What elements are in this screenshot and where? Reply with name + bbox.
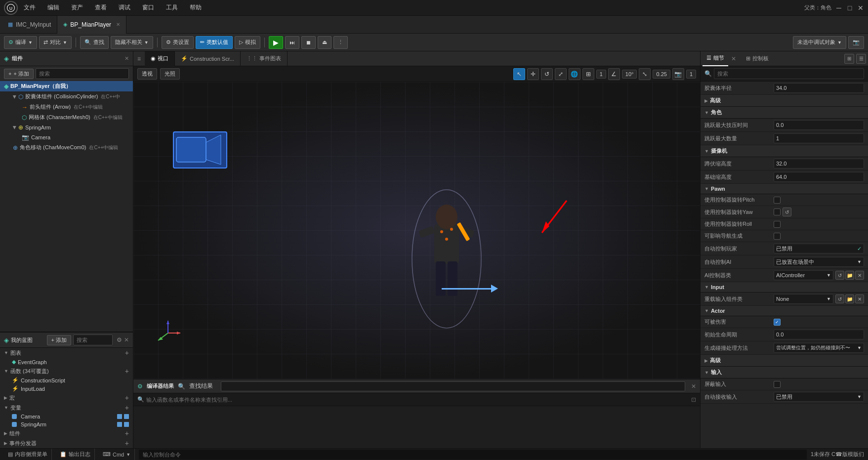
compile-button[interactable]: ⚙ 编译 ▼ [4,36,37,49]
menu-file[interactable]: 文件 [22,2,38,13]
event-graph-item[interactable]: ◆ EventGraph [0,358,133,366]
camera-speed-button[interactable]: 📷 [672,68,684,80]
rotate-yaw-reset-button[interactable]: ↺ [783,208,791,216]
auto-receive-input-dropdown[interactable]: 已禁用 ▼ [774,392,864,402]
output-log-button[interactable]: 📋 输出日志 [56,449,95,460]
list-view-button[interactable]: ☰ [856,54,866,64]
pawn-section-header[interactable]: ▼ Pawn [701,184,868,194]
tab-event-graph[interactable]: ⋮⋮ 事件图表 [241,51,288,66]
angle-snap-button[interactable]: ∠ [608,68,620,80]
construction-script-item[interactable]: ⚡ ConstructionScript [0,376,133,384]
add-component-button[interactable]: + + 添加 [4,69,34,79]
class-defaults-button[interactable]: ✏ 类默认值 [196,36,233,49]
menu-tools[interactable]: 工具 [164,2,180,13]
crouch-height-input[interactable] [774,159,864,168]
menu-help[interactable]: 帮助 [188,2,204,13]
content-browser-button[interactable]: ▤ 内容侧滑菜单 [4,449,52,460]
diff-button[interactable]: ⇄ 对比 ▼ [39,36,72,49]
tab-bp-mianplayer[interactable]: ◈ BP_MianPlayer ✕ [57,16,126,34]
hide-dropdown-icon[interactable]: ▼ [144,40,149,45]
hide-button[interactable]: 隐藏不相关 ▼ [111,36,153,49]
macros-add-button[interactable]: + [125,394,129,402]
camera-object[interactable] [173,131,227,168]
dispatchers-section-header[interactable]: ▶ 事件分发器 + [0,438,133,448]
ai-controller-clear-button[interactable]: ✕ [855,271,864,280]
compiler-search-input[interactable] [221,381,685,391]
cmd-button[interactable]: ⌨ Cmd ▼ [99,449,135,460]
rotate-pitch-checkbox[interactable] [774,197,781,204]
menu-edit[interactable]: 编辑 [45,2,61,13]
nav-gen-checkbox[interactable] [774,233,781,240]
right-search-input[interactable] [714,68,864,79]
blueprint-settings-icon[interactable]: ⚙ [117,336,122,343]
rotate-roll-checkbox[interactable] [774,221,781,228]
snap-button[interactable]: ⊞ [582,68,594,80]
select-mode-button[interactable]: ↖ [513,68,525,80]
compiler-close-button[interactable]: ✕ [691,383,696,390]
rotate-button[interactable]: ↺ [541,68,553,80]
advanced-section-header[interactable]: ▶ 高级 [701,95,868,107]
input-section-header[interactable]: ▼ Input [701,282,868,293]
advanced2-section-header[interactable]: ▶ 高级 [701,355,868,367]
camera-button[interactable]: 📷 [848,36,864,49]
compile-dropdown-icon[interactable]: ▼ [28,40,33,45]
component-root-item[interactable]: ◈ BP_MianPlayer（自我） [0,81,133,91]
details-close-button[interactable]: ✕ [731,55,736,62]
spawn-collision-dropdown[interactable]: 尝试调整位置，如仍然碰撞则不〜 ▼ [774,343,864,353]
override-input-clear-button[interactable]: ✕ [855,294,864,303]
rotate-yaw-checkbox[interactable] [774,209,781,215]
compiler-input-field[interactable] [146,397,689,403]
minimize-button[interactable]: ─ [835,4,842,11]
lifespan-input[interactable] [774,330,864,339]
add-blueprint-button[interactable]: + 添加 [47,335,71,345]
components-bp-section-header[interactable]: ▶ 组件 + [0,428,133,438]
variables-section-header[interactable]: ▼ 变量 + [0,403,133,413]
macros-section-header[interactable]: ▶ 宏 + [0,393,133,403]
functions-section-header[interactable]: ▼ 函数 (34可覆盖) + [0,366,133,376]
tab-close-icon[interactable]: ✕ [116,22,120,27]
blueprint-search-input[interactable] [73,335,113,345]
socket-radius-input[interactable] [774,83,864,93]
component-camera-item[interactable]: 📷 Camera [0,132,133,142]
character-object[interactable] [397,185,496,335]
block-input-checkbox[interactable] [774,381,781,388]
component-springarm-item[interactable]: ▶ ⊕ SpringArm [0,123,133,132]
console-input[interactable] [139,450,807,460]
class-settings-button[interactable]: ⚙ 类设置 [162,36,194,49]
jump-count-input[interactable] [774,133,864,143]
world-button[interactable]: 🌐 [569,68,580,80]
component-mesh-item[interactable]: ⬡ 网格体 (CharacterMesh0) 在C++中编辑 [0,112,133,123]
translate-button[interactable]: ✛ [527,68,539,80]
actor-section-header[interactable]: ▼ Actor [701,306,868,316]
ai-controller-refresh-button[interactable]: ↺ [835,271,844,280]
menu-window[interactable]: 窗口 [140,2,156,13]
damageable-checkbox[interactable] [774,319,781,326]
functions-add-button[interactable]: + [125,367,129,375]
input-load-item[interactable]: ⚡ InputLoad [0,384,133,393]
tab-viewport[interactable]: ◉ 视口 [145,51,175,66]
diff-dropdown-icon[interactable]: ▼ [63,40,67,45]
dispatchers-add-button[interactable]: + [125,439,129,447]
components-bp-add-button[interactable]: + [125,429,129,437]
tab-imc-myinput[interactable]: ▦ IMC_MyInput [2,16,57,34]
ai-controller-browse-button[interactable]: 📁 [845,271,854,280]
auto-player-dropdown[interactable]: 已禁用 ✓ [774,244,864,253]
close-button[interactable]: ✕ [857,4,864,11]
base-height-input[interactable] [774,172,864,182]
menu-view[interactable]: 查看 [93,2,109,13]
var-camera-item[interactable]: Camera [0,413,133,420]
menu-debug[interactable]: 调试 [117,2,132,13]
graphs-section-header[interactable]: ▼ 图表 + [0,348,133,358]
auto-ai-dropdown[interactable]: 已放置在场景中 ▼ [774,257,864,267]
tab-control-board[interactable]: ⊞ 控制板 [742,51,773,66]
menu-asset[interactable]: 资产 [69,2,85,13]
grid-view-button[interactable]: ⊞ [844,54,854,64]
my-blueprint-close-button[interactable]: ✕ [124,336,129,343]
override-input-refresh-button[interactable]: ↺ [835,294,844,303]
jump-time-input[interactable] [774,120,864,130]
play-button[interactable]: ▶ [269,36,283,49]
maximize-button[interactable]: □ [846,4,853,11]
component-charmove-item[interactable]: ⊕ 角色移动 (CharMoveCom0) 在C++中编辑 [0,142,133,153]
more-play-options[interactable]: ⋮ [333,36,348,49]
eject-button[interactable]: ⏏ [318,36,331,49]
